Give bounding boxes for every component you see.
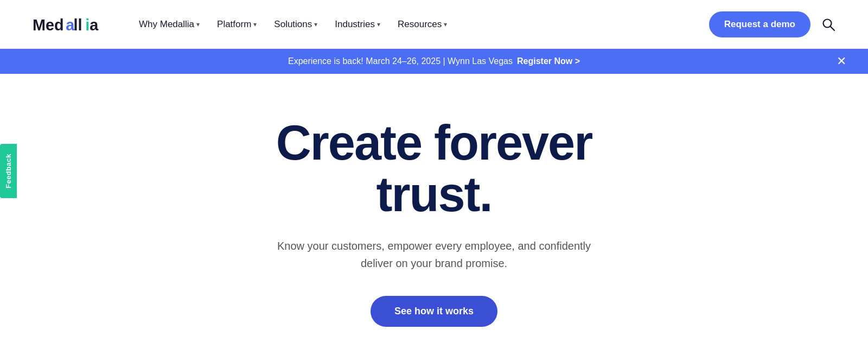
nav-link-solutions[interactable]: Solutions ▾ [267,15,324,34]
banner-close-button[interactable]: ✕ [837,55,846,67]
logo[interactable]: Med a ll i a [33,15,111,34]
chevron-down-icon: ▾ [196,21,200,28]
navbar: Med a ll i a Why Medallia ▾ Platform ▾ [0,0,868,49]
svg-text:ll: ll [74,16,82,33]
feedback-tab-label[interactable]: Feedback [0,144,17,198]
nav-link-resources[interactable]: Resources ▾ [391,15,454,34]
hero-heading-line1: Create forever [276,116,592,170]
chevron-down-icon: ▾ [314,21,317,28]
svg-text:a: a [90,16,99,33]
nav-link-why-medallia[interactable]: Why Medallia ▾ [132,15,206,34]
svg-line-6 [831,26,835,30]
announcement-content: Experience is back! March 24–26, 2025 | … [288,56,580,66]
nav-item-industries[interactable]: Industries ▾ [328,15,387,34]
announcement-banner: Experience is back! March 24–26, 2025 | … [0,49,868,74]
navbar-right: Request a demo [709,11,835,37]
hero-subtext: Know your customers, empower every emplo… [266,237,602,272]
nav-item-platform[interactable]: Platform ▾ [210,15,263,34]
announcement-text: Experience is back! March 24–26, 2025 | … [288,56,513,66]
request-demo-button[interactable]: Request a demo [709,11,810,37]
navbar-left: Med a ll i a Why Medallia ▾ Platform ▾ [33,15,454,34]
nav-item-resources[interactable]: Resources ▾ [391,15,454,34]
svg-text:i: i [85,16,90,33]
hero-heading: Create forever trust. [276,117,592,220]
search-icon [821,17,835,31]
nav-links: Why Medallia ▾ Platform ▾ Solutions ▾ In… [132,15,454,34]
hero-heading-line2: trust. [376,167,492,221]
nav-item-why-medallia[interactable]: Why Medallia ▾ [132,15,206,34]
hero-section: Create forever trust. Know your customer… [0,74,868,342]
nav-link-industries[interactable]: Industries ▾ [328,15,387,34]
nav-item-solutions[interactable]: Solutions ▾ [267,15,324,34]
feedback-tab[interactable]: Feedback [0,144,17,198]
chevron-down-icon: ▾ [444,21,447,28]
chevron-down-icon: ▾ [253,21,257,28]
search-button[interactable] [821,17,835,31]
see-how-it-works-button[interactable]: See how it works [371,296,497,327]
svg-text:Med: Med [33,16,64,33]
chevron-down-icon: ▾ [377,21,380,28]
logo-svg: Med a ll i a [33,15,111,34]
nav-link-platform[interactable]: Platform ▾ [210,15,263,34]
register-now-link[interactable]: Register Now > [517,56,580,66]
